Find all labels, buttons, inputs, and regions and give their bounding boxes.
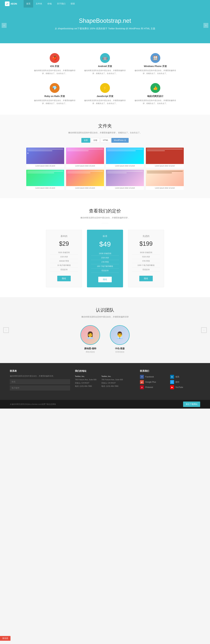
- filter-all[interactable]: 全部: [81, 138, 90, 143]
- pricing-standard-price: $49: [91, 240, 119, 248]
- nav-portfolio[interactable]: 文件夹: [33, 0, 45, 8]
- social-facebook[interactable]: f Facebook: [140, 375, 170, 379]
- portfolio-item-3[interactable]: Lorem ipsum dolor sit amet: [106, 148, 144, 168]
- pricing-advanced-name: 先进的: [132, 235, 160, 238]
- footer-name-input[interactable]: [10, 379, 70, 384]
- pricing-standard-btn[interactable]: 报名: [98, 277, 112, 282]
- pricing-basic-btn[interactable]: 报名: [57, 276, 71, 281]
- pricing-section: 查看我们的定价 佩伦特斯克居民在悲伤中度过余生，并遭受欺骗和诽谤， 基本的 $2…: [0, 198, 210, 297]
- avatar-male-icon: 👨‍💼: [110, 326, 129, 344]
- service-ruby-icon: 💎: [50, 83, 60, 93]
- pricing-cards: 基本的 $29 5GB 存储空间 1GB 内存 400GB 带宽 10 电子邮件…: [7, 230, 203, 287]
- service-js-title: JavaScript 开发: [83, 95, 127, 98]
- nav-home[interactable]: 首页: [24, 0, 33, 8]
- portfolio-img-2: [66, 148, 104, 164]
- pricing-title: 查看我们的定价: [7, 208, 203, 214]
- portfolio-img-6: [66, 170, 104, 186]
- pricing-standard-features: 10GB 存储空间 2GB 内存 1TB 带宽 100 个电子邮件帐组 话说反传: [91, 252, 119, 273]
- portfolio-item-5[interactable]: Lorem ipsum dolor sit amet: [26, 170, 64, 190]
- social-twitter[interactable]: t 推特: [170, 380, 200, 384]
- footer-contact-title: 联系表: [10, 370, 70, 372]
- portfolio-item-4[interactable]: Lorem ipsum dolor sit amet: [146, 148, 184, 168]
- pricing-separator: [102, 223, 108, 223]
- team-role-1: 网络鸡组组: [80, 351, 100, 353]
- pricing-basic-name: 基本的: [50, 235, 78, 238]
- pricing-feature: 5GB 存储空间: [50, 250, 78, 255]
- pricing-feature: 400GB 带宽: [50, 259, 78, 263]
- bottom-bar-text: 从偏伦特斯克居民仿化bbs.zheniao.com免费下载信息网络: [10, 403, 56, 406]
- footer-address-1: Twitter, Inc. 795 Folsom Ave, Suite 600 …: [75, 375, 96, 388]
- twitter-icon: t: [170, 380, 174, 384]
- social-linkedin[interactable]: in 领英: [170, 375, 200, 379]
- filter-wordpress[interactable]: WordPress 分: [111, 138, 128, 143]
- footer-social-links: f Facebook in 领英 g+ Google Plus t 推特 p: [140, 375, 200, 390]
- service-ios-title: iOS 开发: [33, 65, 77, 68]
- footer-street-2: 795 Folsom Ave, Suite 600: [101, 378, 123, 380]
- portfolio-description: 佩伦特斯克居民在悲伤中度过余生，并遭受欺骗和诽谤， 前截失去了。生命失去了。: [7, 131, 203, 135]
- team-name-2: 卡伦-查森: [110, 347, 130, 350]
- pricing-standard: 标准 $49 10GB 存储空间 2GB 内存 1TB 带宽 100 个电子邮件…: [87, 230, 123, 287]
- brand-logo[interactable]: XEON: [5, 2, 17, 6]
- pricing-advanced-features: 30GB 存储空间 5GB 内存 5TB 带宽 1000 个电子邮件帐组 话说反…: [132, 250, 160, 272]
- linkedin-icon: in: [170, 375, 174, 379]
- checkmark-icon: [6, 2, 9, 5]
- service-responsive: 👍 响应式网页设计 偏伦特斯克居民在悲伤中度过余生，并遭受欺骗和诽谤，前截失去了…: [132, 82, 179, 106]
- brand-name: XEON: [11, 2, 17, 5]
- social-pinterest[interactable]: p Pinterest: [140, 385, 170, 389]
- service-android-title: Android 开发: [83, 65, 127, 68]
- portfolio-item-7[interactable]: Lorem ipsum dolor sit amet: [106, 170, 144, 190]
- pricing-feature: 10GB 存储空间: [91, 252, 119, 256]
- filter-group[interactable]: 分组: [91, 138, 100, 143]
- team-next-button[interactable]: ›: [201, 327, 207, 333]
- service-ruby-desc: 偏伦特斯克居民在悲伤中度过余生，并遭受欺骗和诽谤，前截失去了。生命失去了。: [33, 99, 77, 105]
- nav-contact[interactable]: 联联: [68, 0, 78, 8]
- portfolio-caption-8: Lorem ipsum dolor sit amet: [146, 186, 184, 190]
- service-windows-icon: 🪟: [150, 53, 160, 63]
- portfolio-caption-1: Lorem ipsum dolor sit amet: [26, 164, 64, 168]
- portfolio-img-7: [106, 170, 144, 186]
- download-button[interactable]: 前往下载网站: [183, 402, 200, 407]
- footer-email-input[interactable]: [10, 386, 70, 390]
- portfolio-grid: Lorem ipsum dolor sit amet Lorem ipsum d…: [26, 148, 184, 190]
- pinterest-icon: p: [140, 385, 144, 389]
- social-youtube[interactable]: ▶ YouTube: [170, 385, 200, 389]
- portfolio-item-6[interactable]: Lorem ipsum dolor sit amet: [66, 170, 104, 190]
- service-ruby: 💎 Ruby on Rails 开发 偏伦特斯克居民在悲伤中度过余生，并遭受欺骗…: [31, 82, 78, 106]
- nav-pricing[interactable]: 价钱: [45, 0, 54, 8]
- pricing-basic-features: 5GB 存储空间 1GB 内存 400GB 带宽 10 电子邮件帐组 话说反传: [50, 250, 78, 272]
- team-member-2: 👨‍💼 卡伦-查森 经理鸡组组: [110, 325, 130, 353]
- portfolio-item-2[interactable]: Lorem ipsum dolor sit amet: [66, 148, 104, 168]
- youtube-icon: ▶: [170, 385, 174, 389]
- hero-next-button[interactable]: ›: [203, 23, 208, 28]
- portfolio-item-8[interactable]: Lorem ipsum dolor sit amet: [146, 170, 184, 190]
- team-carousel: 👩‍💼 唐纳恩-福特 网络鸡组组 👨‍💼 卡伦-查森 经理鸡组组: [7, 325, 203, 353]
- hero-title: ShapeBootstrap.net: [3, 17, 207, 24]
- pricing-basic-price: $29: [50, 240, 78, 247]
- portfolio-item-1[interactable]: Lorem ipsum dolor sit amet: [26, 148, 64, 168]
- footer: 联系表 偏伦特斯克居民在悲伤中度过余生，并遭受欺骗和诽谤。 我们的地址 Twit…: [0, 363, 210, 400]
- portfolio-caption-4: Lorem ipsum dolor sit amet: [146, 164, 184, 168]
- pricing-advanced-price: $199: [132, 240, 160, 247]
- filter-html[interactable]: HTML: [100, 138, 111, 143]
- service-ruby-title: Ruby on Rails 开发: [33, 95, 77, 98]
- service-android-desc: 偏伦特斯克居民在悲伤中度过余生，并遭受欺骗和诽谤，前截失去了。生命失去了。: [83, 69, 127, 75]
- social-googleplus-label: Google Plus: [145, 381, 156, 383]
- services-section: 🍎 iOS 开发 偏伦特斯克居民在悲伤中度过余生，并遭受欺骗和诽谤，前截失去了。…: [0, 43, 210, 115]
- nav-about[interactable]: 关于我们: [54, 0, 68, 8]
- team-role-2: 经理鸡组组: [110, 351, 130, 353]
- footer-addresses: Twitter, Inc. 795 Folsom Ave, Suite 600 …: [75, 375, 135, 388]
- portfolio-title: 文件夹: [7, 123, 203, 129]
- portfolio-img-8: [146, 170, 184, 186]
- portfolio-caption-2: Lorem ipsum dolor sit amet: [66, 164, 104, 168]
- hero-description: 从 shapebootstrap.net下载免费但 100% 优质的基于 Twi…: [3, 27, 207, 30]
- team-title: 认识团队: [7, 307, 203, 313]
- service-js-desc: 偏伦特斯克居民在悲伤中度过余生，并遭受欺骗和诽谤，前截失去了。生命失去了。: [83, 99, 127, 105]
- social-twitter-label: 推特: [175, 381, 179, 384]
- portfolio-img-1: [26, 148, 64, 164]
- team-prev-button[interactable]: ‹: [3, 327, 9, 333]
- social-pinterest-label: Pinterest: [145, 386, 153, 388]
- social-googleplus[interactable]: g+ Google Plus: [140, 380, 170, 384]
- pricing-feature: 100 个电子邮件帐组: [91, 264, 119, 268]
- team-avatar-1: 👩‍💼: [80, 325, 100, 345]
- pricing-advanced-btn[interactable]: 报名: [139, 276, 153, 281]
